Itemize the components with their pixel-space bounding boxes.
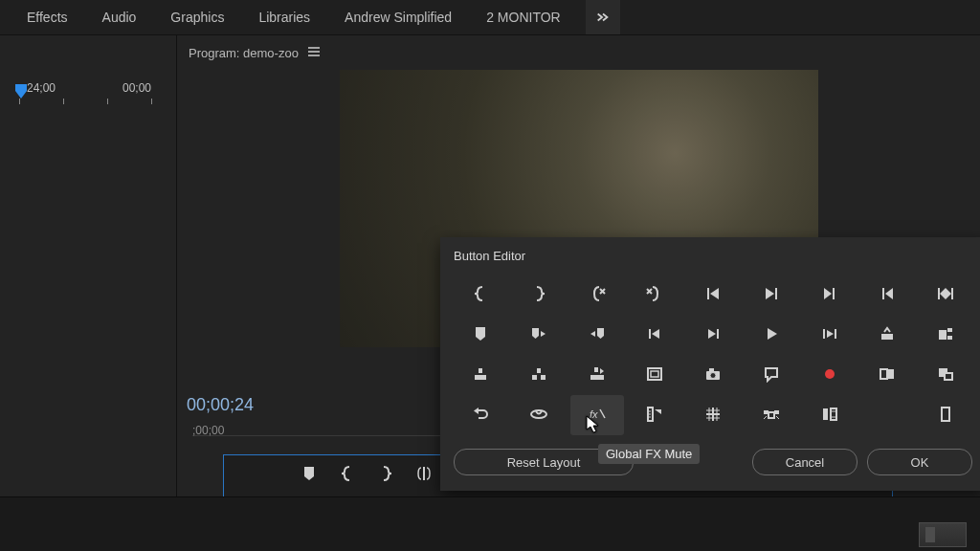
clear-out-icon [646,285,663,305]
program-monitor-panel: Program: demo-zoo 00;00;24 00;00;44;04 [177,35,980,551]
grid-icon [704,406,722,426]
snap-in-out-icon [937,285,954,305]
lift-icon [472,365,489,386]
button-editor-item[interactable] [745,395,798,435]
export-frame-icon [879,325,896,345]
button-editor-item[interactable] [860,275,914,315]
current-timecode[interactable]: 00;00;24 [187,395,254,415]
button-editor-item[interactable] [454,315,507,355]
button-editor-item[interactable] [454,355,507,395]
multicam-icon [763,406,780,426]
go-to-out-icon [763,285,780,305]
export-clip-icon [937,325,954,345]
button-editor-item[interactable] [512,275,566,315]
go-to-in-icon [704,285,722,305]
button-editor-item[interactable] [686,395,740,435]
dialog-title: Button Editor [440,237,980,273]
tab-andrew-simplified[interactable]: Andrew Simplified [327,0,469,34]
tooltip: Global FX Mute [598,444,700,464]
button-editor-item[interactable] [454,395,507,435]
button-editor-item[interactable] [512,355,566,395]
proxy-toggle-icon [937,365,954,386]
button-editor-item[interactable] [803,395,857,435]
insert-icon [589,365,606,386]
more-workspaces-button[interactable] [586,0,620,34]
button-editor-item[interactable] [570,315,624,355]
transport-button[interactable] [377,465,394,485]
button-editor-item[interactable] [919,315,972,355]
frame-forward-icon [821,406,838,426]
button-editor-item[interactable] [860,395,914,435]
button-editor-item[interactable] [860,355,914,395]
marker-icon [472,325,489,345]
prev-edit-icon [879,285,896,305]
transport-button[interactable] [301,465,318,485]
play-around-icon [415,471,433,485]
button-editor-item[interactable] [628,315,681,355]
chevrons-right-icon [595,10,611,25]
step-back-icon [646,325,663,345]
button-editor-item[interactable] [512,315,566,355]
playhead-icon[interactable] [13,83,29,100]
button-editor-item[interactable] [803,355,857,395]
tab-graphics[interactable]: Graphics [153,0,241,34]
timeline-panel: 24;00 00;00 [0,35,177,551]
button-editor-item[interactable] [745,355,798,395]
mark-out-icon [377,471,394,485]
button-editor-item[interactable] [628,275,681,315]
transport-button[interactable] [415,465,433,485]
clip-thumbnail[interactable] [919,522,967,547]
marker-prev-icon [589,325,606,345]
button-editor-item[interactable] [570,275,624,315]
undo-icon [472,406,489,426]
play-icon [763,325,780,345]
comment-icon [763,365,780,386]
program-title: Program: demo-zoo [189,46,299,60]
button-editor-item[interactable] [628,395,681,435]
transparency-grid-icon [937,406,954,426]
ruler-icon [646,406,663,426]
panel-menu-button[interactable] [306,44,322,62]
mark-in-icon [472,285,489,305]
button-editor-item[interactable] [686,315,740,355]
button-editor-item[interactable] [628,355,681,395]
safe-margins-icon [646,365,663,386]
ok-button[interactable]: OK [867,449,972,475]
timeline-ruler[interactable]: 24;00 00;00 [0,81,176,108]
marker-nav-icon [530,325,547,345]
button-editor-item[interactable] [860,315,914,355]
mark-out-icon [530,285,547,305]
button-editor-item[interactable] [919,355,972,395]
extract-icon [530,365,547,386]
marker-icon [301,471,318,485]
button-editor-item[interactable] [803,275,857,315]
fx-mute-icon [589,406,606,426]
button-editor-item[interactable] [919,275,972,315]
cancel-button[interactable]: Cancel [752,449,858,475]
tab-effects[interactable]: Effects [10,0,85,34]
button-editor-item[interactable] [570,395,624,435]
transport-button[interactable] [339,465,356,485]
ruler-tick-label: 24;00 [27,81,56,95]
tab-audio[interactable]: Audio [85,0,154,34]
play-in-out-icon [821,325,838,345]
button-editor-item[interactable] [454,275,507,315]
step-forward-icon [704,325,722,345]
ruler-tick-label: 00;00 [122,81,151,95]
camera-icon [704,365,722,386]
button-editor-item[interactable] [745,275,798,315]
tab-libraries[interactable]: Libraries [241,0,327,34]
button-editor-item[interactable] [745,315,798,355]
hamburger-icon [306,44,322,59]
button-editor-item[interactable] [919,395,972,435]
tab-2-monitor[interactable]: 2 MONITOR [469,0,578,34]
button-editor-item[interactable] [803,315,857,355]
button-editor-item[interactable] [686,275,740,315]
button-editor-item[interactable] [512,395,566,435]
clear-in-icon [589,285,606,305]
workspace-tabs: Effects Audio Graphics Libraries Andrew … [0,0,980,35]
button-editor-item[interactable] [686,355,740,395]
ruler-label: ;00;00 [192,424,224,437]
button-editor-item[interactable] [570,355,624,395]
comparison-icon [879,365,896,386]
